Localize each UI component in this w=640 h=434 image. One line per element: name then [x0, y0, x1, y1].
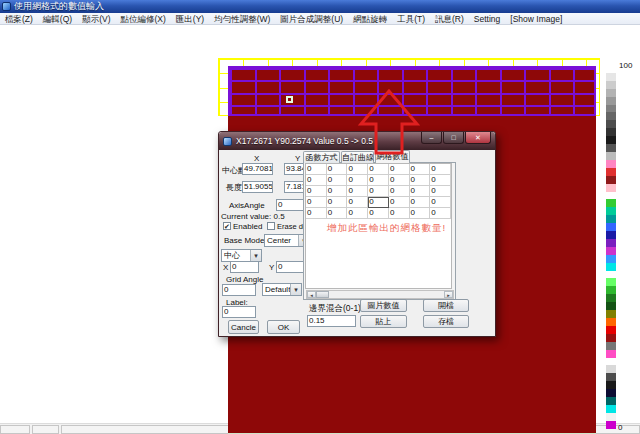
grid-cell[interactable]: 0 — [347, 208, 368, 219]
paste-button[interactable]: 貼上 — [360, 315, 407, 328]
menu-item[interactable]: 匯出(Y) — [171, 13, 209, 25]
offset-x-field[interactable]: 0 — [230, 261, 259, 273]
color-scale-stripe — [606, 413, 616, 421]
length-x-field[interactable]: 51.9055 — [242, 181, 273, 193]
grid-cell[interactable]: 0 — [389, 164, 410, 175]
grid-angle-mode-select[interactable]: Default — [262, 283, 302, 296]
grid-cell[interactable]: 0 — [347, 197, 368, 208]
enabled-label: Enabled — [233, 222, 262, 231]
grid-cell[interactable]: 0 — [347, 164, 368, 175]
open-file-button[interactable]: 開檔 — [423, 299, 469, 312]
color-scale-stripe — [606, 73, 616, 81]
selected-point-marker[interactable] — [286, 96, 293, 103]
grid-cell[interactable]: 0 — [306, 164, 327, 175]
offset-x-label: X — [223, 263, 228, 272]
color-scale-stripe — [606, 381, 616, 389]
color-scale-stripe — [606, 128, 616, 136]
grid-cell[interactable]: 0 — [389, 175, 410, 186]
status-segment — [0, 425, 30, 434]
offset-y-field[interactable]: 0 — [276, 261, 305, 273]
label-field[interactable]: 0 — [222, 306, 256, 318]
grid-cell[interactable]: 0 — [389, 208, 410, 219]
minimize-button[interactable]: – — [421, 132, 442, 144]
grid-cell[interactable]: 0 — [306, 186, 327, 197]
tab-1[interactable]: 函數方式 — [303, 151, 340, 163]
grid-cell[interactable]: 0 — [306, 197, 327, 208]
grid-cell[interactable]: 0 — [389, 197, 410, 208]
menu-item[interactable]: [Show Image] — [505, 13, 567, 25]
tab-2[interactable]: 自訂曲線 — [341, 151, 374, 163]
color-scale-stripe — [606, 223, 616, 231]
grid-cell[interactable]: 0 — [430, 186, 451, 197]
tab-3[interactable]: 網格數值 — [375, 150, 410, 163]
menu-item[interactable]: 工具(T) — [392, 13, 430, 25]
enabled-checkbox[interactable]: ✔ — [223, 222, 231, 230]
color-scale-stripe — [606, 215, 616, 223]
menu-item[interactable]: 顯示(V) — [77, 13, 115, 25]
blend-field[interactable]: 0.15 — [307, 315, 356, 327]
color-scale-stripe — [606, 263, 616, 271]
annotation-text: 增加此區輸出的網格數量! — [327, 222, 446, 235]
cancel-button[interactable]: Cancle — [228, 320, 259, 334]
grid-cell[interactable]: 0 — [410, 164, 431, 175]
menu-item[interactable]: 檔案(Z) — [0, 13, 38, 25]
menu-item[interactable]: 均勻性調整(W) — [209, 13, 275, 25]
grid-cell[interactable]: 0 — [327, 186, 348, 197]
color-scale-stripe — [606, 318, 616, 326]
maximize-button[interactable]: □ — [443, 132, 464, 144]
grid-cell[interactable]: 0 — [430, 164, 451, 175]
color-scale-stripe — [606, 365, 616, 373]
grid-cell[interactable]: 0 — [368, 208, 389, 219]
color-scale-stripe — [606, 326, 616, 334]
status-segment — [32, 425, 59, 434]
grid-cell[interactable]: 0 — [368, 186, 389, 197]
color-scale-stripe — [606, 97, 616, 105]
ok-button[interactable]: OK — [267, 320, 300, 334]
grid-cell[interactable]: 0 — [368, 197, 389, 208]
grid-cell[interactable]: 0 — [347, 186, 368, 197]
offset-y-label: Y — [269, 263, 274, 272]
menu-item[interactable]: Setting — [469, 13, 505, 25]
grid-cell[interactable]: 0 — [368, 164, 389, 175]
menu-item[interactable]: 點位編修(X) — [115, 13, 170, 25]
erase-dots-checkbox[interactable] — [267, 222, 275, 230]
grid-cell[interactable]: 0 — [410, 175, 431, 186]
grid-cell[interactable]: 0 — [327, 197, 348, 208]
grid-cell[interactable]: 0 — [410, 197, 431, 208]
color-scale-stripe — [606, 136, 616, 144]
color-scale-stripe — [606, 278, 616, 286]
color-scale[interactable] — [606, 65, 616, 429]
grid-angle-field[interactable]: 0 — [222, 284, 256, 296]
purple-grid[interactable] — [228, 66, 596, 116]
length-label: 長度 — [226, 182, 242, 193]
menu-item[interactable]: 訊息(R) — [430, 13, 469, 25]
menu-bar: 檔案(Z)編輯(Q)顯示(V)點位編修(X)匯出(Y)均勻性調整(W)圖片合成調… — [0, 13, 640, 25]
grid-cell[interactable]: 0 — [389, 186, 410, 197]
scroll-left-icon[interactable]: ◂ — [307, 291, 316, 298]
grid-cell[interactable]: 0 — [347, 175, 368, 186]
grid-cell[interactable]: 0 — [327, 164, 348, 175]
grid-cell[interactable]: 0 — [327, 208, 348, 219]
close-button[interactable]: ✕ — [465, 132, 491, 144]
grid-cell[interactable]: 0 — [410, 208, 431, 219]
menu-item[interactable]: 圖片合成調整(U) — [275, 13, 348, 25]
dialog-title: X17.2671 Y90.2574 Value 0.5 -> 0.5 — [236, 136, 373, 146]
grid-cell[interactable]: 0 — [410, 186, 431, 197]
center-x-field[interactable]: 49.7081 — [242, 163, 273, 175]
color-scale-stripe — [606, 239, 616, 247]
menu-item[interactable]: 編輯(Q) — [38, 13, 77, 25]
grid-cell[interactable]: 0 — [430, 197, 451, 208]
save-file-button[interactable]: 存檔 — [423, 315, 469, 328]
grid-cell[interactable]: 0 — [368, 175, 389, 186]
grid-cell[interactable]: 0 — [430, 175, 451, 186]
color-scale-stripe — [606, 350, 616, 358]
grid-cell[interactable]: 0 — [327, 175, 348, 186]
scrollbar-thumb[interactable] — [316, 291, 329, 298]
scroll-right-icon[interactable]: ▸ — [444, 291, 453, 298]
menu-item[interactable]: 網點旋轉 — [348, 13, 392, 25]
grid-cell[interactable]: 0 — [306, 208, 327, 219]
grid-cell[interactable]: 0 — [306, 175, 327, 186]
image-values-button[interactable]: 圖片數值 — [360, 299, 407, 312]
grid-cell[interactable]: 0 — [430, 208, 451, 219]
horizontal-scrollbar[interactable]: ◂ ▸ — [306, 290, 454, 299]
